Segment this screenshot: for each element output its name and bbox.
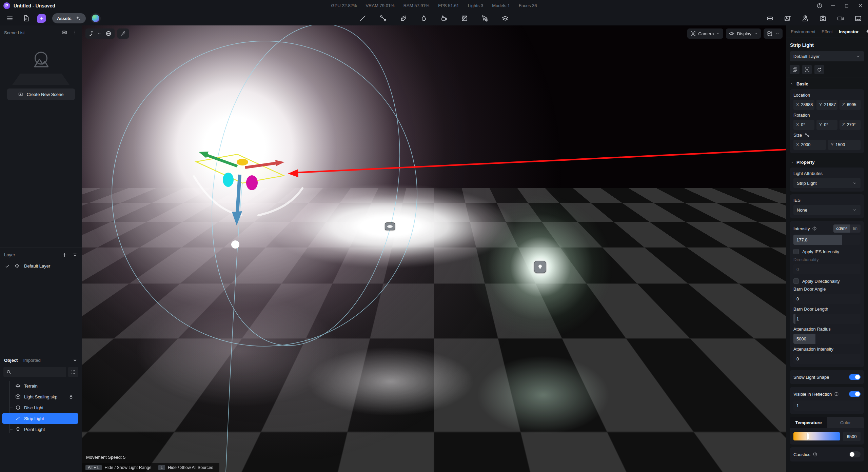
collapse-layers-icon[interactable] — [72, 252, 78, 258]
move-tool-dropdown-chevron-icon[interactable] — [97, 31, 102, 36]
add-camera-tool-icon[interactable] — [439, 13, 449, 23]
rotation-x-input[interactable]: X0° — [793, 120, 814, 130]
lock-icon[interactable] — [68, 394, 74, 399]
size-x-input[interactable]: X2000 — [793, 140, 826, 150]
point-light-badge[interactable] — [534, 261, 546, 273]
assets-button[interactable]: Assets — [52, 13, 86, 23]
temperature-value-input[interactable]: 6500 — [843, 432, 861, 441]
move-tool-icon[interactable] — [88, 30, 95, 37]
ai-image-icon[interactable] — [783, 13, 793, 23]
tab-effect[interactable]: Effect — [822, 29, 833, 34]
layer-item-default[interactable]: Default Layer — [0, 260, 82, 272]
basic-section-header[interactable]: Basic — [790, 81, 864, 86]
map-pin-icon[interactable] — [800, 13, 810, 23]
vr-mode-icon[interactable] — [765, 13, 775, 23]
tree-item-disc-light[interactable]: Disc Light — [0, 402, 78, 413]
unit-lm[interactable]: lm — [850, 224, 861, 233]
visible-in-reflection-toggle[interactable] — [849, 391, 861, 397]
ies-dropdown[interactable]: None — [793, 205, 861, 215]
caustics-toggle[interactable] — [849, 451, 861, 457]
ai-sparkle-icon[interactable] — [865, 29, 868, 35]
temperature-gradient-slider[interactable] — [793, 432, 840, 440]
tab-imported[interactable]: Imported — [23, 358, 40, 363]
scene-menu-kebab-icon[interactable] — [72, 30, 78, 35]
select-add-tool-icon[interactable] — [480, 13, 490, 23]
tree-item-strip-light-selected[interactable]: Strip Light — [2, 413, 78, 424]
minimize-button[interactable] — [829, 2, 837, 9]
intensity-slider-input[interactable]: 177.8 — [793, 235, 861, 245]
tree-item-terrain[interactable]: Terrain — [0, 380, 78, 391]
intensity-unit-toggle[interactable]: cd/m² lm — [833, 224, 861, 233]
world-axis-globe-icon[interactable] — [105, 30, 112, 37]
help-icon[interactable] — [815, 2, 824, 9]
location-x-input[interactable]: X28688 — [793, 100, 814, 110]
apply-directionality-label: Apply Directionality — [802, 279, 840, 284]
vegetation-tool-icon[interactable] — [398, 13, 409, 23]
disc-light-badge[interactable] — [385, 222, 395, 230]
reflection-intensity-input[interactable]: 1 — [793, 400, 861, 411]
attenuation-radius-input[interactable]: 5000 — [793, 334, 861, 344]
tab-environment[interactable]: Environment — [791, 29, 815, 34]
property-section-header[interactable]: Property — [790, 160, 864, 165]
unit-cdm2[interactable]: cd/m² — [833, 224, 850, 233]
rotation-z-input[interactable]: Z270° — [840, 120, 861, 130]
caustics-help-icon[interactable] — [813, 452, 817, 457]
eyedropper-tool[interactable] — [117, 28, 129, 39]
path-node-tool-icon[interactable] — [378, 13, 388, 23]
disc-light-icon — [15, 405, 21, 411]
show-light-shape-toggle[interactable] — [849, 374, 861, 380]
unlink-scale-icon[interactable] — [805, 133, 810, 138]
light-attributes-dropdown[interactable]: Strip Light — [793, 178, 861, 188]
temperature-tab[interactable]: Temperature — [790, 417, 827, 428]
layer-assignment-dropdown[interactable]: Default Layer — [790, 51, 864, 61]
collapse-objects-icon[interactable] — [72, 357, 78, 363]
tree-item-point-light[interactable]: Point Light — [0, 424, 78, 435]
reset-object-icon[interactable] — [814, 65, 824, 74]
tab-object[interactable]: Object — [4, 358, 18, 363]
photo-camera-icon[interactable] — [818, 13, 828, 23]
ai-orb-icon[interactable] — [92, 15, 99, 22]
menu-hamburger-icon[interactable] — [5, 13, 15, 23]
tree-item-light-scaling[interactable]: Light Scaling.skp — [0, 391, 78, 402]
render-queue-icon[interactable] — [853, 13, 863, 23]
color-tab[interactable]: Color — [827, 417, 864, 428]
display-chevron-icon — [753, 31, 758, 36]
barn-door-angle-input[interactable]: 0 — [793, 294, 861, 304]
video-camera-icon[interactable] — [835, 13, 846, 23]
size-y-input[interactable]: Y1500 — [828, 140, 861, 150]
chevron-down-icon — [856, 54, 861, 59]
object-search-input[interactable] — [3, 367, 66, 377]
location-z-input[interactable]: Z6995 — [840, 100, 861, 110]
temperature-slider-handle[interactable] — [807, 433, 809, 440]
material-tool-icon[interactable] — [459, 13, 470, 23]
camera-orbit-dropdown[interactable] — [764, 28, 783, 39]
flame-tool-icon[interactable] — [419, 13, 429, 23]
viewport-3d[interactable]: Camera Display — [82, 25, 786, 472]
layers-tool-icon[interactable] — [500, 13, 510, 23]
line-tool-icon[interactable] — [358, 13, 368, 23]
focus-object-icon[interactable] — [802, 65, 812, 74]
intensity-help-icon[interactable] — [812, 226, 817, 231]
location-label: Location — [793, 93, 861, 98]
rotation-y-input[interactable]: Y0° — [816, 120, 837, 130]
add-layer-icon[interactable] — [62, 252, 67, 258]
reflection-help-icon[interactable] — [834, 392, 839, 396]
maximize-button[interactable] — [842, 2, 851, 9]
apply-ies-checkbox[interactable] — [793, 249, 799, 254]
layer-visible-check-icon[interactable] — [5, 263, 10, 269]
duplicate-object-icon[interactable] — [790, 65, 800, 74]
location-y-input[interactable]: Y21887 — [816, 100, 837, 110]
barn-door-length-input[interactable]: 1 — [793, 314, 861, 324]
close-button[interactable] — [856, 2, 865, 9]
create-new-scene-button[interactable]: Create New Scene — [7, 88, 75, 100]
apply-directionality-checkbox[interactable] — [793, 278, 799, 284]
display-dropdown[interactable]: Display — [726, 28, 761, 39]
view-mode-grid-icon[interactable] — [68, 367, 78, 377]
add-scene-icon[interactable] — [61, 29, 67, 36]
tab-inspector[interactable]: Inspector — [839, 29, 859, 34]
app-logo-icon[interactable]: P — [3, 2, 10, 9]
import-file-icon[interactable] — [21, 13, 31, 23]
feedback-chat-icon[interactable] — [37, 14, 46, 23]
attenuation-intensity-input[interactable]: 0 — [793, 354, 861, 364]
camera-dropdown[interactable]: Camera — [687, 28, 723, 39]
